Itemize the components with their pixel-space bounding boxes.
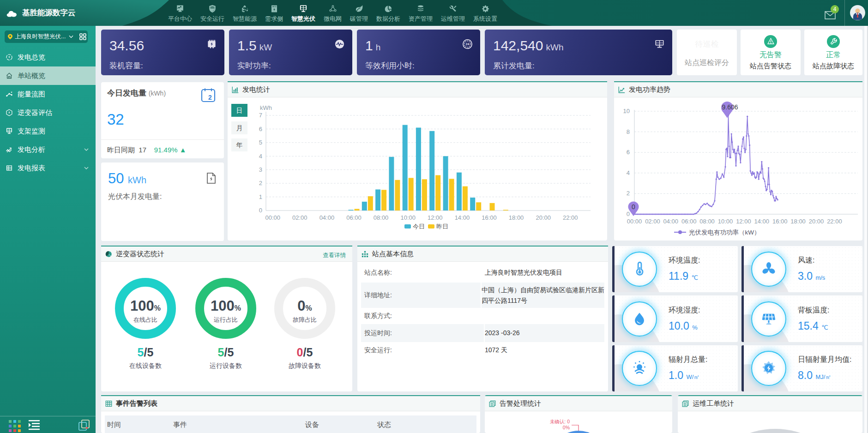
svg-text:04:00: 04:00 bbox=[319, 214, 335, 221]
svg-text:0: 0 bbox=[259, 207, 262, 214]
svg-text:光伏发电有功功率（kW）: 光伏发电有功功率（kW） bbox=[689, 229, 760, 236]
svg-text:06:00: 06:00 bbox=[681, 218, 697, 225]
svg-text:02:00: 02:00 bbox=[292, 214, 307, 221]
svg-text:10:00: 10:00 bbox=[718, 218, 733, 225]
svg-text:10:00: 10:00 bbox=[400, 214, 416, 221]
svg-text:18:00: 18:00 bbox=[790, 218, 806, 225]
svg-text:04:00: 04:00 bbox=[663, 218, 679, 225]
svg-text:16:00: 16:00 bbox=[772, 218, 788, 225]
svg-text:今日: 今日 bbox=[413, 223, 425, 230]
svg-text:06:00: 06:00 bbox=[346, 214, 362, 221]
svg-text:08:00: 08:00 bbox=[699, 218, 715, 225]
svg-text:02:00: 02:00 bbox=[645, 218, 660, 225]
svg-text:8: 8 bbox=[627, 128, 630, 135]
svg-text:08:00: 08:00 bbox=[374, 214, 389, 221]
svg-text:1: 1 bbox=[259, 193, 262, 200]
svg-text:6: 6 bbox=[259, 126, 262, 132]
svg-text:24: 24 bbox=[466, 42, 470, 46]
svg-text:5: 5 bbox=[259, 139, 262, 146]
svg-text:2: 2 bbox=[627, 190, 630, 197]
svg-text:22:00: 22:00 bbox=[563, 214, 578, 221]
svg-text:7: 7 bbox=[259, 112, 262, 119]
svg-text:14:00: 14:00 bbox=[455, 214, 470, 221]
svg-text:18:00: 18:00 bbox=[509, 214, 524, 221]
svg-text:4: 4 bbox=[627, 169, 630, 176]
svg-text:0: 0 bbox=[632, 203, 635, 210]
svg-text:12:00: 12:00 bbox=[428, 214, 443, 221]
svg-text:6: 6 bbox=[627, 149, 630, 156]
svg-text:14:00: 14:00 bbox=[754, 218, 770, 225]
svg-text:20:00: 20:00 bbox=[809, 218, 824, 225]
svg-text:2: 2 bbox=[259, 180, 262, 186]
svg-text:00:00: 00:00 bbox=[265, 214, 280, 221]
svg-text:10: 10 bbox=[623, 108, 630, 114]
svg-text:12:00: 12:00 bbox=[736, 218, 751, 225]
svg-text:9.606: 9.606 bbox=[722, 103, 738, 111]
svg-text:0: 0 bbox=[627, 210, 630, 217]
svg-text:00:00: 00:00 bbox=[627, 218, 642, 225]
svg-text:4: 4 bbox=[259, 153, 262, 160]
svg-text:22:00: 22:00 bbox=[827, 218, 842, 225]
svg-text:昨日: 昨日 bbox=[436, 223, 448, 230]
svg-text:20:00: 20:00 bbox=[536, 214, 551, 221]
svg-text:kWh: kWh bbox=[260, 104, 272, 111]
svg-text:2: 2 bbox=[208, 94, 212, 101]
svg-text:16:00: 16:00 bbox=[482, 214, 497, 221]
svg-text:3: 3 bbox=[259, 166, 262, 173]
